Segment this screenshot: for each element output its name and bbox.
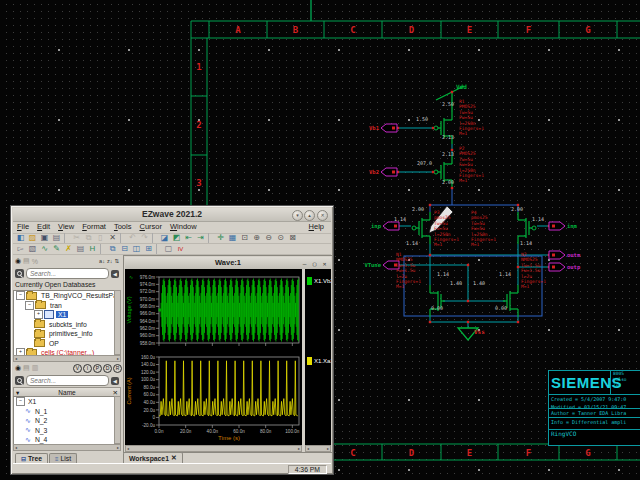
- find-signal-icon[interactable]: ◉: [15, 364, 21, 372]
- signal-search-input[interactable]: [26, 375, 109, 386]
- tree-item[interactable]: subckts_info: [14, 320, 115, 330]
- filter-d-button[interactable]: D: [103, 364, 112, 373]
- tile-vertical-icon[interactable]: ◫: [131, 244, 142, 254]
- menu-window[interactable]: Window: [166, 221, 201, 232]
- filter-p-button[interactable]: P: [93, 364, 102, 373]
- export-image-icon[interactable]: ▧: [27, 244, 38, 254]
- filter-i-button[interactable]: I: [83, 364, 92, 373]
- filter-r-button[interactable]: R: [113, 364, 122, 373]
- marker-icon[interactable]: ✗: [63, 244, 74, 254]
- tile-grid-icon[interactable]: ⊞: [143, 244, 154, 254]
- tree-item[interactable]: −tran: [14, 301, 115, 311]
- wave-restore-icon[interactable]: ▢: [310, 259, 319, 268]
- dashed-box-icon[interactable]: ▢: [163, 244, 174, 254]
- collapse-icon[interactable]: −: [25, 301, 34, 310]
- collapse-search-icon[interactable]: ◀: [111, 377, 119, 385]
- port-label-vtune: VTune: [349, 262, 381, 268]
- signal-tree-hscrollbar[interactable]: ◂▸: [13, 444, 121, 451]
- sort-toggle-icon[interactable]: ⇅: [114, 258, 119, 264]
- previous-view-icon[interactable]: ⇤: [183, 233, 194, 243]
- group-view-icon[interactable]: ▥: [32, 364, 39, 372]
- save-icon[interactable]: ▣: [39, 233, 50, 243]
- list-view-icon[interactable]: ▤: [23, 257, 30, 265]
- menu-cursor[interactable]: Cursor: [135, 221, 166, 232]
- find-signal-icon[interactable]: ◉: [15, 257, 21, 265]
- menu-view[interactable]: View: [54, 221, 78, 232]
- wave-close-icon[interactable]: ✕: [320, 259, 329, 268]
- menu-format[interactable]: Format: [78, 221, 110, 232]
- next-view-icon[interactable]: ⇥: [195, 233, 206, 243]
- select-region-icon[interactable]: ⊡: [239, 233, 250, 243]
- annotate-icon[interactable]: ✎: [51, 244, 62, 254]
- list-view-icon[interactable]: ▤: [23, 364, 30, 372]
- iv-plot-icon[interactable]: IV: [175, 244, 186, 254]
- zoom-full-icon[interactable]: ⊙: [275, 233, 286, 243]
- database-search-input[interactable]: [26, 268, 109, 279]
- link-icon[interactable]: %: [32, 258, 38, 265]
- add-wave-icon[interactable]: ◪: [159, 233, 170, 243]
- svg-text:966.0m: 966.0m: [140, 311, 155, 316]
- report-icon[interactable]: ▤: [75, 244, 86, 254]
- database-tree-vscrollbar[interactable]: [114, 290, 121, 355]
- filter-v-button[interactable]: V: [73, 364, 82, 373]
- open-database-icon[interactable]: ▨: [27, 233, 38, 243]
- delete-icon[interactable]: ✕: [107, 233, 118, 243]
- grid-icon[interactable]: ▦: [227, 233, 238, 243]
- zoom-in-icon[interactable]: ⊕: [251, 233, 262, 243]
- select-pointer-icon[interactable]: ▻: [15, 244, 26, 254]
- copy-icon[interactable]: ⧉: [83, 233, 94, 243]
- sort-desc-icon[interactable]: z↓: [107, 258, 113, 264]
- wave-window-titlebar[interactable]: Wave:1 – ▢ ✕: [125, 257, 331, 269]
- collapse-search-icon[interactable]: ◀: [111, 270, 119, 278]
- wave-minimize-icon[interactable]: –: [300, 259, 309, 268]
- sort-asc-icon[interactable]: a↓: [99, 258, 105, 264]
- workspace-tab-close-icon[interactable]: ✕: [171, 454, 177, 462]
- redo-icon[interactable]: ↷: [139, 233, 150, 243]
- minimize-button[interactable]: ▾: [292, 210, 303, 221]
- legend-entry[interactable]: X1.Xa1.P: [307, 357, 331, 365]
- new-window-icon[interactable]: ◧: [15, 233, 26, 243]
- expand-icon[interactable]: +: [34, 310, 43, 319]
- undo-icon[interactable]: ↶: [127, 233, 138, 243]
- collapse-icon[interactable]: −: [16, 291, 25, 300]
- tree-item[interactable]: +X1: [14, 310, 115, 320]
- zoom-box-icon[interactable]: ⊠: [287, 233, 298, 243]
- collapse-icon[interactable]: −: [16, 397, 25, 406]
- pan-icon[interactable]: ✛: [215, 233, 226, 243]
- menu-tools[interactable]: Tools: [110, 221, 136, 232]
- tab-list[interactable]: ≡List: [49, 453, 77, 463]
- measure-icon[interactable]: ◩: [171, 233, 182, 243]
- tab-tree[interactable]: ⊟Tree: [15, 453, 48, 463]
- ezwave-titlebar[interactable]: EZwave 2021.2 ▾ ▴ ✕: [13, 208, 331, 222]
- chart-icon[interactable]: ∿: [39, 244, 50, 254]
- print-icon[interactable]: ▤: [51, 233, 62, 243]
- tree-item[interactable]: ∿N_3: [14, 426, 115, 436]
- menu-help[interactable]: Help: [305, 221, 328, 232]
- wave-child-window[interactable]: Wave:1 – ▢ ✕ 976.0m974.0m972.0m970.0m968…: [123, 255, 333, 453]
- maximize-button[interactable]: ▴: [304, 210, 315, 221]
- device-parameter-label: P2 PMOS25 Tw=5u Fw=5u l=250n Fingers=1 M…: [459, 146, 484, 184]
- cascade-windows-icon[interactable]: ⧉: [107, 244, 118, 254]
- fit-horizontal-icon[interactable]: H: [87, 244, 98, 254]
- signal-tree-vscrollbar[interactable]: [114, 396, 121, 444]
- close-button[interactable]: ✕: [317, 210, 328, 221]
- tree-item[interactable]: ∿N_2: [14, 416, 115, 426]
- tree-item[interactable]: −X1: [14, 397, 115, 407]
- tree-item-label: OP: [47, 340, 61, 347]
- tree-item[interactable]: primitives_info: [14, 329, 115, 339]
- cut-icon[interactable]: ✂: [71, 233, 82, 243]
- legend-entry[interactable]: X1.Vb2: [307, 277, 331, 285]
- tree-item[interactable]: ∿N_1: [14, 407, 115, 417]
- database-tree-hscrollbar[interactable]: ◂▸: [13, 355, 121, 362]
- plot-area[interactable]: 976.0m974.0m972.0m970.0m968.0m966.0m964.…: [125, 269, 302, 445]
- tree-item[interactable]: OP: [14, 339, 115, 349]
- menu-edit[interactable]: Edit: [33, 221, 54, 232]
- tile-horizontal-icon[interactable]: ⊟: [119, 244, 130, 254]
- workspace-tab[interactable]: Workspace1 ✕: [123, 452, 183, 463]
- port-label-vb2: Vb2: [347, 169, 379, 175]
- ezwave-window[interactable]: EZwave 2021.2 ▾ ▴ ✕ FileEditViewFormatTo…: [10, 205, 334, 475]
- menu-file[interactable]: File: [13, 221, 33, 232]
- tree-item[interactable]: −TB_RingVCO_ResultsPa: [14, 291, 115, 301]
- zoom-out-icon[interactable]: ⊖: [263, 233, 274, 243]
- paste-icon[interactable]: ▯: [95, 233, 106, 243]
